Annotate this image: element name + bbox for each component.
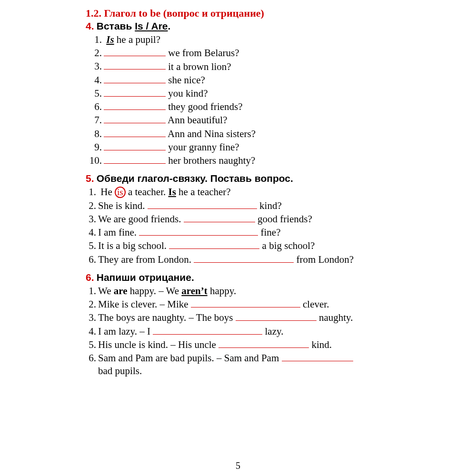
item-text: he a teacher? (176, 186, 231, 198)
exercise-4-list: 1. Is he a pupil? 2. we from Belarus? 3.… (86, 33, 428, 167)
list-item: 3. it a brown lion? (86, 60, 428, 73)
list-item: 3.The boys are naughty. – The boys naugh… (86, 311, 428, 324)
answer-example: Is (168, 186, 176, 198)
item-number: 5. (86, 239, 96, 252)
answer-example: aren’t (181, 285, 207, 297)
item-number: 7. (86, 114, 102, 127)
item-number: 6. (86, 100, 102, 113)
exercise-number: 4. (86, 20, 94, 31)
blank-field[interactable] (104, 60, 166, 70)
item-number: 2. (86, 298, 96, 311)
list-item: 1. Is he a pupil? (86, 33, 428, 46)
bold-word: are (114, 285, 128, 297)
worksheet-page: 1.2. Глагол to be (вопрос и отрицание) 4… (0, 0, 476, 476)
blank-field[interactable] (194, 253, 294, 263)
item-number: 5. (86, 338, 96, 351)
blank-field[interactable] (104, 140, 166, 150)
blank-field[interactable] (191, 298, 300, 307)
item-text: lazy. (262, 326, 283, 337)
item-text: kind. (309, 339, 332, 350)
section-title: 1.2. Глагол to be (вопрос и отрицание) (86, 7, 428, 20)
exercise-number: 5. (86, 173, 94, 184)
item-text: you kind? (166, 88, 208, 99)
item-text: She is kind. (98, 200, 148, 211)
blank-field[interactable] (104, 113, 166, 123)
circled-word: is (115, 187, 126, 198)
item-text: happy. (208, 285, 236, 297)
blank-field[interactable] (236, 311, 317, 321)
item-text: I am fine. (98, 227, 139, 238)
list-item: 5.It is a big school. a big school? (86, 239, 428, 252)
item-text: a big school? (259, 240, 315, 251)
item-text: she nice? (166, 74, 205, 86)
blank-field[interactable] (104, 46, 166, 56)
item-number: 5. (86, 87, 102, 100)
list-item: 2. we from Belarus? (86, 46, 428, 60)
blank-field[interactable] (104, 73, 166, 83)
blank-field[interactable] (104, 154, 166, 164)
item-text: fine? (258, 227, 280, 238)
exercise-4-header: 4. Вставь Is / Are. (86, 20, 428, 32)
item-number: 3. (86, 311, 96, 324)
item-text: we from Belarus? (166, 47, 239, 59)
list-item: 5.His uncle is kind. – His uncle kind. (86, 338, 428, 351)
item-text: They are from London. (98, 254, 194, 265)
list-item: 5. you kind? (86, 87, 428, 100)
blank-field[interactable] (218, 338, 309, 348)
blank-field[interactable] (104, 127, 166, 137)
exercise-5-list: 1. He is a teacher. Is he a teacher? 2.S… (86, 186, 428, 266)
exercise-number: 6. (86, 272, 94, 283)
exercise-6-list: 1.We are happy. – We aren’t happy. 2.Mik… (86, 285, 428, 378)
item-number: 4. (86, 74, 102, 87)
item-number: 1. (86, 33, 102, 46)
blank-field[interactable] (153, 325, 262, 335)
item-number: 3. (86, 60, 102, 73)
blank-field[interactable] (148, 199, 257, 209)
item-number: 4. (86, 226, 96, 239)
list-item: 4. she nice? (86, 73, 428, 87)
blank-field[interactable] (282, 351, 353, 361)
blank-field[interactable] (104, 87, 166, 97)
item-number: 6. (86, 352, 96, 365)
list-item: 4.I am fine. fine? (86, 226, 428, 239)
item-text: kind? (257, 200, 282, 211)
item-text: naughty. (317, 312, 353, 323)
item-number: 1. (86, 285, 96, 298)
exercise-instruction: Напиши отрицание. (97, 272, 194, 283)
instr-lead: Вставь (97, 20, 135, 31)
list-item: 2.She is kind. kind? (86, 199, 428, 212)
item-text: her brothers naughty? (166, 155, 255, 166)
list-item: 3.We are good friends. good friends? (86, 212, 428, 226)
item-text: they good friends? (166, 101, 243, 112)
item-text: It is a big school. (98, 240, 169, 251)
exercise-instruction: Вставь Is / Are. (97, 20, 171, 31)
item-number: 3. (86, 213, 96, 226)
item-text: The boys are naughty. – The boys (98, 312, 236, 323)
item-text: His uncle is kind. – His uncle (98, 339, 218, 350)
blank-field[interactable] (184, 212, 255, 222)
item-text: good friends? (255, 213, 312, 225)
item-text: He (100, 186, 112, 198)
blank-field[interactable] (139, 226, 258, 236)
exercise-instruction: Обведи глагол-связку. Поставь вопрос. (97, 173, 293, 184)
list-item: 2.Mike is clever. – Mike clever. (86, 298, 428, 311)
list-item: 1.We are happy. – We aren’t happy. (86, 285, 428, 298)
item-text: I am lazy. – I (98, 326, 153, 337)
item-text: Ann beautiful? (166, 114, 227, 126)
list-item: 6.Sam and Pam are bad pupils. – Sam and … (86, 351, 428, 378)
item-number: 2. (86, 47, 102, 60)
item-text: happy. – We (127, 285, 181, 297)
item-number: 9. (86, 141, 102, 154)
blank-field[interactable] (169, 239, 259, 249)
list-item: 7. Ann beautiful? (86, 113, 428, 127)
list-item: 8. Ann and Nina sisters? (86, 127, 428, 140)
blank-field[interactable] (104, 100, 166, 110)
item-text: bad pupils. (98, 365, 142, 377)
item-number: 6. (86, 253, 96, 266)
item-number: 2. (86, 199, 96, 212)
item-text: from London? (294, 254, 354, 265)
list-item: 9. your granny fine? (86, 140, 428, 154)
item-number: 1. (86, 186, 96, 198)
page-number: 5 (0, 460, 476, 471)
answer-example: Is (106, 34, 114, 45)
